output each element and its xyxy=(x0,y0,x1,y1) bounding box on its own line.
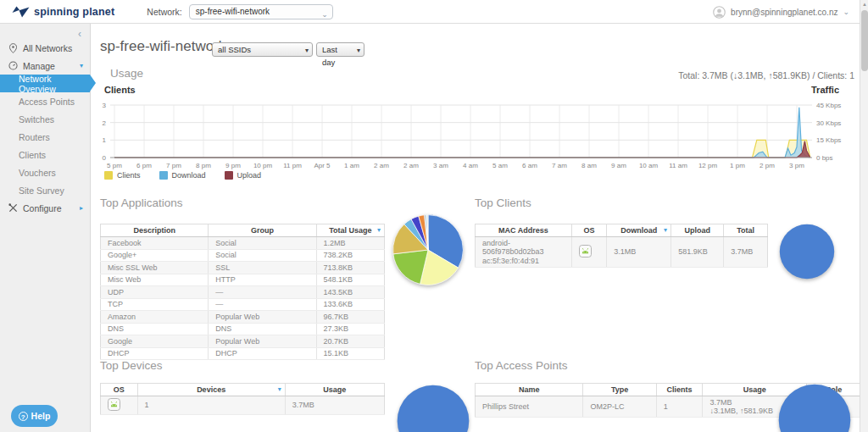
table-row[interactable]: TCP—133.6KB xyxy=(101,298,385,311)
svg-text:2 am: 2 am xyxy=(403,162,419,169)
sort-arrow-icon: ▾ xyxy=(377,226,381,234)
chevron-down-icon: ⌄ xyxy=(321,8,328,21)
sort-arrow-icon: ▾ xyxy=(278,385,281,393)
column-header-clients[interactable]: Clients xyxy=(656,384,703,396)
help-label: Help xyxy=(31,411,51,421)
top-applications-heading: Top Applications xyxy=(100,197,183,209)
column-header-name[interactable]: Name xyxy=(476,384,583,396)
table-row[interactable]: DNSDNS27.3KB xyxy=(101,323,385,335)
table-row[interactable]: android- 506f978b0d02ba3 ac:5f:3e:f0:4d:… xyxy=(476,237,768,268)
legend-swatch xyxy=(159,171,168,180)
sidebar-item-site-survey[interactable]: Site Survey xyxy=(0,181,90,199)
svg-text:2: 2 xyxy=(103,119,107,127)
table-row[interactable]: UDP—143.5KB xyxy=(101,286,385,299)
sidebar-item-switches[interactable]: Switches xyxy=(0,110,90,128)
column-header-total[interactable]: Total xyxy=(724,224,768,237)
topbar: spinning planet Network: sp-free-wifi-ne… xyxy=(0,0,868,24)
top-clients-heading: Top Clients xyxy=(475,197,531,209)
sort-arrow-icon: ▾ xyxy=(664,226,667,234)
column-header-total-usage[interactable]: Total Usage▾ xyxy=(316,224,384,237)
column-header-download[interactable]: Download▾ xyxy=(607,224,671,237)
sidebar-item-all-networks[interactable]: All Networks xyxy=(0,39,90,57)
table-cell: Facebook xyxy=(101,237,209,250)
column-header-group[interactable]: Group xyxy=(209,224,316,237)
top-clients-pie-chart xyxy=(777,222,837,281)
table-row[interactable]: DHCPDHCP15.1KB xyxy=(101,347,385,360)
svg-text:11 am: 11 am xyxy=(669,162,687,169)
sidebar-item-label: Vouchers xyxy=(19,168,56,178)
column-header-mac-address[interactable]: MAC Address xyxy=(476,224,572,237)
pin-icon xyxy=(8,43,19,53)
sidebar-item-label: Access Points xyxy=(19,97,75,107)
sidebar-item-clients[interactable]: Clients xyxy=(0,146,90,163)
sidebar-item-vouchers[interactable]: Vouchers xyxy=(0,163,90,181)
svg-text:1 am: 1 am xyxy=(344,162,359,169)
network-label: Network: xyxy=(147,7,181,17)
table-cell: 548.1KB xyxy=(316,274,384,286)
table-row[interactable]: Google+Social738.2KB xyxy=(101,249,385,262)
android-icon xyxy=(579,245,592,260)
table-row[interactable]: FacebookSocial1.2MB xyxy=(101,237,385,250)
legend-item-upload: Upload xyxy=(225,171,262,180)
sidebar-item-access-points[interactable]: Access Points xyxy=(0,92,90,110)
table-cell: 1.2MB xyxy=(316,237,384,250)
table-cell: 15.1KB xyxy=(316,347,384,360)
svg-text:5 am: 5 am xyxy=(492,162,508,169)
legend-label: Clients xyxy=(117,171,141,180)
column-header-os[interactable]: OS xyxy=(571,224,606,237)
svg-text:0 bps: 0 bps xyxy=(816,154,833,162)
table-cell: 133.6KB xyxy=(316,298,384,311)
user-menu[interactable]: brynn@spinningplanet.co.nz ⌄ xyxy=(713,0,849,24)
table-row[interactable]: 13.7MB xyxy=(101,396,385,415)
column-header-upload[interactable]: Upload xyxy=(671,224,724,237)
svg-text:9 am: 9 am xyxy=(611,162,626,169)
android-icon xyxy=(108,398,120,413)
scrollbar-up-icon[interactable]: ▲ xyxy=(860,0,868,8)
table-row[interactable]: Misc WebHTTP548.1KB xyxy=(101,274,385,286)
svg-text:7 pm: 7 pm xyxy=(166,162,181,169)
table-cell: — xyxy=(209,286,316,299)
table-cell: UDP xyxy=(101,286,209,299)
svg-text:12 pm: 12 pm xyxy=(698,162,718,169)
help-button[interactable]: ? Help xyxy=(11,405,58,427)
ssid-select[interactable]: all SSIDs ▾ xyxy=(212,42,313,57)
period-select[interactable]: Last day ▾ xyxy=(316,42,364,57)
table-cell: Popular Web xyxy=(209,311,316,324)
sidebar-item-routers[interactable]: Routers xyxy=(0,128,90,146)
sidebar-item-network-overview[interactable]: Network Overview xyxy=(0,75,90,92)
table-cell: 96.7KB xyxy=(316,311,384,324)
network-select[interactable]: sp-free-wifi-network ⌄ xyxy=(189,4,333,19)
top-access-points-pie-chart xyxy=(776,381,854,432)
sidebar-item-manage[interactable]: Manage ▾ xyxy=(0,57,90,75)
sidebar-item-configure[interactable]: Configure ▸ xyxy=(0,199,90,217)
table-row[interactable]: AmazonPopular Web96.7KB xyxy=(101,311,385,324)
table-row[interactable]: GooglePopular Web20.7KB xyxy=(101,335,385,348)
sidebar-item-label: Manage xyxy=(23,61,55,71)
column-header-devices[interactable]: Devices▾ xyxy=(137,384,285,396)
sidebar-collapse-icon[interactable]: ‹ xyxy=(78,28,81,40)
scrollbar-thumb[interactable] xyxy=(861,10,868,71)
select-arrow-icon: ▾ xyxy=(305,44,309,57)
svg-text:30 Kbps: 30 Kbps xyxy=(816,119,841,127)
column-header-type[interactable]: Type xyxy=(583,384,656,396)
scrollbar[interactable]: ▲ xyxy=(860,0,868,432)
legend-item-clients: Clients xyxy=(104,171,141,180)
logo[interactable]: spinning planet xyxy=(12,6,114,18)
table-cell: 713.8KB xyxy=(316,262,384,274)
svg-text:3 pm: 3 pm xyxy=(789,162,804,169)
svg-text:10 pm: 10 pm xyxy=(253,162,273,169)
column-header-os[interactable]: OS xyxy=(101,384,138,396)
table-cell: — xyxy=(209,298,316,311)
table-cell: 27.3KB xyxy=(316,323,384,335)
table-cell: Misc Web xyxy=(101,274,209,286)
table-row[interactable]: Misc SSL WebSSL713.8KB xyxy=(101,262,385,274)
column-header-usage[interactable]: Usage xyxy=(285,384,384,396)
column-header-description[interactable]: Description xyxy=(101,224,209,237)
legend-label: Upload xyxy=(237,171,262,180)
top-applications-table: DescriptionGroupTotal Usage▾FacebookSoci… xyxy=(100,224,385,360)
table-cell: 3.7MB xyxy=(285,396,384,415)
table-cell xyxy=(101,396,138,415)
table-cell: 738.2KB xyxy=(316,249,384,262)
table-cell: 581.9KB xyxy=(671,237,724,268)
table-cell: TCP xyxy=(101,298,209,311)
